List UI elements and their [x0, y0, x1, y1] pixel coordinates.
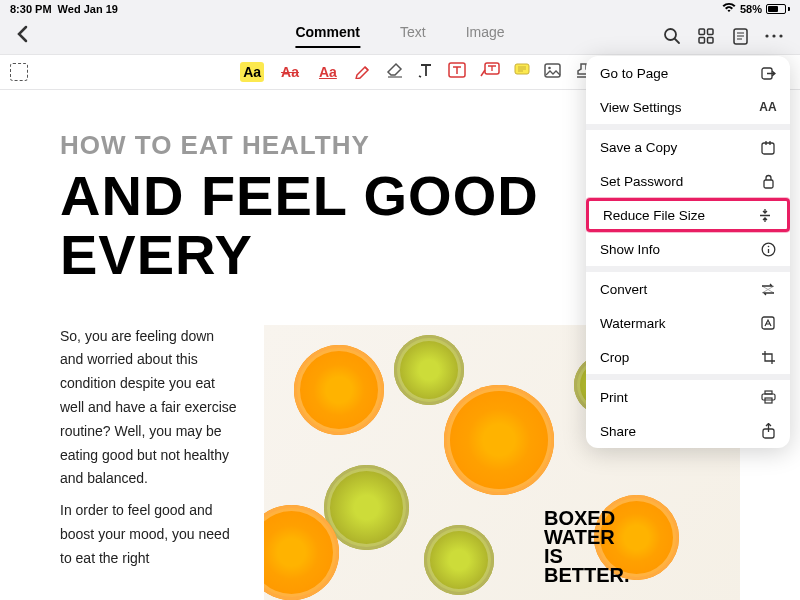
menu-share[interactable]: Share: [586, 414, 790, 448]
menu-crop[interactable]: Crop: [586, 340, 790, 374]
svg-rect-4: [708, 38, 714, 44]
search-icon[interactable]: [662, 26, 682, 46]
nav-bar: Comment Text Image: [0, 18, 800, 54]
status-time: 8:30 PM: [10, 3, 52, 15]
menu-view-settings[interactable]: View Settings AA: [586, 90, 790, 124]
grid-icon[interactable]: [696, 26, 716, 46]
menu-save-copy[interactable]: Save a Copy: [586, 130, 790, 164]
selection-tool[interactable]: [10, 63, 28, 81]
tab-text[interactable]: Text: [400, 24, 426, 48]
convert-icon: [760, 281, 776, 297]
crop-icon: [760, 349, 776, 365]
print-icon: [760, 389, 776, 405]
menu-convert[interactable]: Convert: [586, 272, 790, 306]
watermark-icon: [760, 315, 776, 331]
tab-comment[interactable]: Comment: [295, 24, 360, 48]
callout-tool[interactable]: [480, 62, 500, 82]
share-icon: [760, 423, 776, 439]
goto-icon: [760, 65, 776, 81]
image-tool[interactable]: [544, 63, 561, 82]
marker-tool[interactable]: [354, 61, 372, 83]
more-icon[interactable]: [764, 26, 784, 46]
menu-watermark[interactable]: Watermark: [586, 306, 790, 340]
text-tool[interactable]: [418, 62, 434, 82]
wifi-icon: [722, 3, 736, 15]
menu-reduce-file-size[interactable]: Reduce File Size: [586, 198, 790, 232]
menu-show-info[interactable]: Show Info: [586, 232, 790, 266]
svg-point-0: [665, 29, 676, 40]
back-button[interactable]: [16, 25, 28, 48]
svg-point-6: [765, 34, 768, 37]
save-icon: [760, 139, 776, 155]
tab-image[interactable]: Image: [466, 24, 505, 48]
svg-point-7: [772, 34, 775, 37]
svg-rect-12: [545, 64, 560, 77]
doc-body: So, you are feeling down and worried abo…: [60, 325, 240, 600]
svg-rect-1: [699, 29, 705, 35]
note-tool[interactable]: [514, 63, 530, 81]
svg-point-13: [548, 66, 551, 69]
compress-icon: [757, 207, 773, 223]
svg-rect-16: [764, 180, 773, 188]
textsize-icon: AA: [760, 99, 776, 115]
textbox-tool[interactable]: [448, 62, 466, 82]
status-date: Wed Jan 19: [58, 3, 118, 15]
menu-goto-page[interactable]: Go to Page: [586, 56, 790, 90]
status-bar: 8:30 PM Wed Jan 19 58%: [0, 0, 800, 18]
more-menu: Go to Page View Settings AA Save a Copy …: [586, 56, 790, 448]
info-icon: [760, 241, 776, 257]
svg-point-8: [779, 34, 782, 37]
strikethrough-tool[interactable]: Aa: [278, 62, 302, 82]
svg-rect-15: [762, 143, 774, 154]
battery-percent: 58%: [740, 3, 762, 15]
svg-rect-21: [762, 394, 775, 400]
underline-tool[interactable]: Aa: [316, 62, 340, 82]
menu-set-password[interactable]: Set Password: [586, 164, 790, 198]
eraser-tool[interactable]: [386, 62, 404, 82]
svg-rect-2: [708, 29, 714, 35]
svg-point-18: [767, 245, 769, 247]
menu-print[interactable]: Print: [586, 380, 790, 414]
page-icon[interactable]: [730, 26, 750, 46]
highlight-tool[interactable]: Aa: [240, 62, 264, 82]
lock-icon: [760, 173, 776, 189]
battery-icon: [766, 4, 790, 14]
svg-rect-3: [699, 38, 705, 44]
